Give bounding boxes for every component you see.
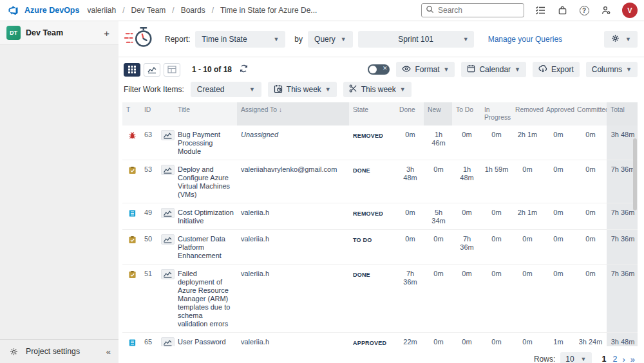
time-value: 0m <box>573 230 607 264</box>
highlight-toggle[interactable]: ✕ <box>368 64 390 75</box>
rows-per-page-select[interactable]: 10▼ <box>560 352 591 363</box>
assigned-to: valeriia.h <box>237 203 349 229</box>
search-input[interactable] <box>438 6 509 15</box>
table-row[interactable]: 49Cost Optimization Initiativevaleriia.h… <box>122 203 638 230</box>
table-view-button[interactable] <box>164 63 180 77</box>
breadcrumb-item[interactable]: Dev Team <box>131 6 166 15</box>
chevron-down-icon: ▼ <box>626 66 632 73</box>
column-header[interactable]: T <box>122 102 140 126</box>
column-header[interactable]: State <box>349 102 395 126</box>
sparkline-button[interactable] <box>161 130 175 140</box>
report-select[interactable]: Time in State▼ <box>195 31 285 48</box>
user-settings-icon[interactable] <box>600 5 612 16</box>
column-header[interactable]: Approved <box>542 102 573 126</box>
format-button[interactable]: Format▼ <box>396 62 455 77</box>
time-value: 0m <box>395 203 424 229</box>
breadcrumb-item[interactable]: valeriiah <box>87 6 116 15</box>
work-item-title[interactable]: Failed deployment of Azure Resource Mana… <box>174 265 237 332</box>
column-header[interactable]: Title <box>174 102 237 126</box>
time-value: 0m <box>573 160 607 203</box>
sparkline-button[interactable] <box>161 208 175 218</box>
settings-menu-button[interactable]: ▼ <box>604 31 638 48</box>
column-header[interactable]: ID <box>140 102 157 126</box>
column-header[interactable] <box>157 102 174 126</box>
page-button[interactable]: 2 <box>612 355 617 363</box>
state-value: REMOVED <box>349 126 395 160</box>
vertical-scrollbar[interactable] <box>632 127 638 346</box>
column-header[interactable]: Removed <box>511 102 542 126</box>
calendar-icon <box>467 64 475 75</box>
time-value: 0m <box>424 230 452 264</box>
time-value: 0m <box>511 265 542 332</box>
sidebar-item-overview[interactable]: Overview <box>0 46 118 339</box>
manage-queries-link[interactable]: Manage your Queries <box>488 35 562 44</box>
chart-view-button[interactable] <box>144 63 160 77</box>
time-value: 0m <box>573 203 607 229</box>
state-value: DONE <box>349 160 395 203</box>
query-select[interactable]: Sprint 101▼ <box>358 31 474 48</box>
sparkline-button[interactable] <box>161 234 175 245</box>
work-item-title[interactable]: User Password Reset Functionality <box>174 333 237 346</box>
created-filter-select[interactable]: Created▼ <box>191 82 261 97</box>
column-header[interactable]: Committed <box>573 102 607 126</box>
sparkline-button[interactable] <box>161 165 175 175</box>
time-value: 0m <box>573 265 607 332</box>
table-row[interactable]: 51Failed deployment of Azure Resource Ma… <box>122 265 638 333</box>
marketplace-bag-icon[interactable] <box>556 5 568 16</box>
row-count: 1 - 10 of 18 <box>192 65 232 74</box>
table-row[interactable]: 50Customer Data Platform Enhancementvale… <box>122 230 638 265</box>
product-name[interactable]: Azure DevOps <box>24 6 79 15</box>
sidebar: DT Dev Team + OverviewBoardsWork itemsBo… <box>0 21 118 363</box>
team-header[interactable]: DT Dev Team + <box>0 21 118 45</box>
time-value: 0m <box>395 230 424 264</box>
state-value: APPROVED <box>349 333 395 346</box>
time-value: 0m <box>480 203 511 229</box>
work-item-title[interactable]: Bug Payment Processing Module <box>174 126 237 160</box>
work-item-title[interactable]: Customer Data Platform Enhancement <box>174 230 237 264</box>
collapse-sidebar-icon[interactable]: « <box>106 347 111 357</box>
time-value: 7h 36m <box>395 265 424 332</box>
refresh-icon[interactable] <box>240 64 248 75</box>
user-avatar[interactable]: V <box>622 3 638 18</box>
azure-devops-logo-icon[interactable] <box>8 5 19 15</box>
chevron-down-icon: ▼ <box>400 86 406 93</box>
work-item-id: 50 <box>140 230 157 264</box>
sparkline-button[interactable] <box>161 269 175 279</box>
mode-select[interactable]: Query▼ <box>308 31 353 48</box>
sparkline-button[interactable] <box>161 337 175 346</box>
breadcrumb-separator: / <box>122 6 124 15</box>
search-box[interactable] <box>421 3 524 17</box>
time-value: 1h 48m <box>452 160 480 203</box>
grid-view-button[interactable] <box>124 63 140 77</box>
columns-button[interactable]: Columns▼ <box>586 62 638 77</box>
week-filter-1[interactable]: This week▼ <box>268 82 337 97</box>
work-item-title[interactable]: Deploy and Configure Azure Virtual Machi… <box>174 160 237 203</box>
column-header[interactable]: In Progress <box>480 102 511 126</box>
column-header[interactable]: Assigned To↓ <box>237 102 349 126</box>
calendar-button[interactable]: Calendar▼ <box>461 62 526 77</box>
breadcrumb-item[interactable]: Boards <box>181 6 205 15</box>
column-header[interactable]: Total <box>607 102 638 126</box>
column-header[interactable]: Done <box>395 102 424 126</box>
checklist-icon[interactable] <box>535 5 546 16</box>
state-value: DONE <box>349 265 395 332</box>
project-settings[interactable]: Project settings « <box>0 339 118 363</box>
column-header[interactable]: New <box>424 102 452 126</box>
work-item-title[interactable]: Cost Optimization Initiative <box>174 203 237 229</box>
help-icon[interactable]: ? <box>578 5 590 16</box>
export-button[interactable]: Export <box>533 62 580 77</box>
table-row[interactable]: 65User Password Reset Functionalityvaler… <box>122 333 638 346</box>
scrollbar-thumb[interactable] <box>633 138 637 210</box>
chevron-down-icon: ▼ <box>273 36 279 42</box>
add-project-button[interactable]: + <box>101 28 112 39</box>
next-page-icon[interactable]: › <box>622 355 625 363</box>
page-button[interactable]: 1 <box>602 355 607 363</box>
column-header[interactable]: To Do <box>452 102 480 126</box>
last-page-icon[interactable]: » <box>630 355 635 363</box>
week-filter-2[interactable]: This week▼ <box>343 82 412 97</box>
table-row[interactable]: 53Deploy and Configure Azure Virtual Mac… <box>122 160 638 203</box>
work-item-id: 51 <box>140 265 157 332</box>
table-row[interactable]: 63Bug Payment Processing ModuleUnassigne… <box>122 126 638 160</box>
time-value: 0m <box>452 265 480 332</box>
breadcrumb-item[interactable]: Time in State for Azure De... <box>220 6 317 15</box>
